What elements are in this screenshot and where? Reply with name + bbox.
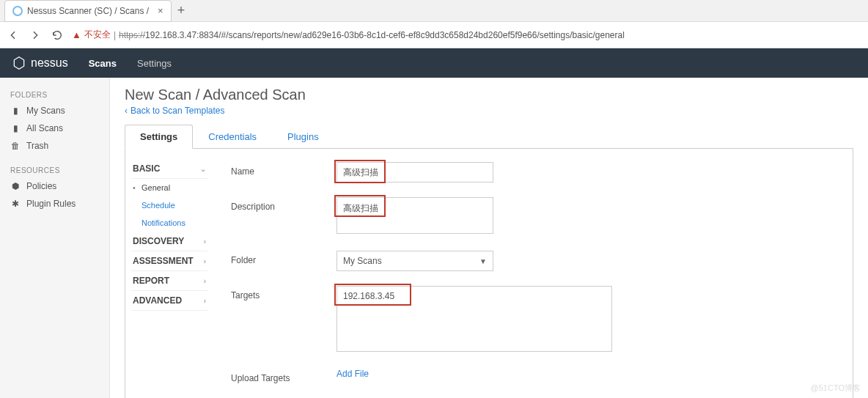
new-tab-button[interactable]: + [177, 3, 185, 18]
description-input[interactable]: 高级扫描 [336, 197, 493, 234]
sidebar-item-my-scans[interactable]: ▮My Scans [0, 102, 109, 119]
sidebar: FOLDERS ▮My Scans ▮All Scans 🗑Trash RESO… [0, 78, 110, 398]
sidemenu-report[interactable]: REPORT› [131, 271, 207, 291]
main-content: New Scan / Advanced Scan ‹Back to Scan T… [110, 78, 868, 398]
folder-icon: ▮ [10, 106, 21, 116]
plugin-icon: ✱ [10, 199, 21, 209]
tab-settings[interactable]: Settings [125, 125, 193, 149]
sidemenu-assessment[interactable]: ASSESSMENT› [131, 251, 207, 271]
insecure-label: 不安全 [84, 29, 111, 41]
brand-text: nessus [31, 56, 68, 70]
sidebar-item-plugin-rules[interactable]: ✱Plugin Rules [0, 195, 109, 213]
sidemenu-schedule[interactable]: Schedule [131, 196, 207, 214]
sidemenu-notifications[interactable]: Notifications [131, 214, 207, 232]
reload-icon[interactable] [50, 28, 65, 43]
sidemenu-advanced[interactable]: ADVANCED› [131, 291, 207, 311]
tab-title: Nessus Scanner (SC) / Scans / [27, 6, 149, 16]
browser-tab-active[interactable]: Nessus Scanner (SC) / Scans / × [4, 0, 172, 22]
page-title: New Scan / Advanced Scan [125, 86, 853, 103]
watermark: @51CTO博客 [811, 383, 861, 394]
sidemenu-general[interactable]: General [131, 179, 207, 196]
targets-input[interactable]: 192.168.3.45 [336, 286, 612, 352]
name-label: Name [231, 162, 336, 177]
sidebar-head-resources: RESOURCES [0, 162, 109, 177]
folder-label: Folder [231, 251, 336, 265]
url-box[interactable]: ▲ 不安全 | https://192.168.3.47:8834/#/scan… [72, 29, 862, 41]
chevron-down-icon: ⌄ [200, 165, 206, 173]
targets-label: Targets [231, 286, 336, 301]
settings-sidemenu: BASIC⌄ General Schedule Notifications DI… [125, 149, 213, 398]
sidemenu-discovery[interactable]: DISCOVERY› [131, 232, 207, 251]
name-input[interactable] [336, 162, 493, 183]
url-text: https://192.168.3.47:8834/#/scans/report… [119, 30, 625, 40]
trash-icon: 🗑 [10, 141, 21, 151]
chevron-left-icon: ‹ [125, 106, 128, 116]
description-label: Description [231, 197, 336, 212]
settings-panel: BASIC⌄ General Schedule Notifications DI… [125, 149, 853, 398]
add-file-link[interactable]: Add File [336, 369, 369, 379]
sidebar-head-folders: FOLDERS [0, 86, 109, 102]
sidebar-item-policies[interactable]: ⬢Policies [0, 177, 109, 195]
sidebar-item-trash[interactable]: 🗑Trash [0, 137, 109, 155]
close-icon[interactable]: × [158, 5, 163, 16]
chevron-right-icon: › [204, 257, 206, 265]
sidemenu-basic[interactable]: BASIC⌄ [131, 159, 207, 179]
favicon-icon [12, 6, 23, 16]
chevron-right-icon: › [204, 297, 206, 305]
top-nav: nessus Scans Settings [0, 48, 868, 78]
warning-icon: ▲ [72, 29, 81, 40]
hexagon-icon [12, 56, 26, 70]
folder-selected-value: My Scans [343, 256, 382, 266]
browser-tabs-bar: Nessus Scanner (SC) / Scans / × + [0, 0, 868, 22]
nav-scans[interactable]: Scans [89, 58, 117, 69]
nav-settings[interactable]: Settings [137, 58, 172, 69]
tab-plugins[interactable]: Plugins [272, 125, 334, 148]
form-area: Name Description 高级扫描 Folder [213, 149, 853, 398]
upload-targets-label: Upload Targets [231, 369, 336, 383]
back-icon[interactable] [6, 28, 21, 43]
shield-icon: ⬢ [10, 181, 21, 191]
folder-icon: ▮ [10, 123, 21, 133]
tab-credentials[interactable]: Credentials [193, 125, 272, 148]
caret-down-icon: ▼ [479, 257, 487, 265]
forward-icon[interactable] [28, 28, 43, 43]
folder-select[interactable]: My Scans ▼ [336, 251, 493, 271]
tabs-bar: Settings Credentials Plugins [125, 125, 853, 149]
chevron-right-icon: › [204, 237, 206, 246]
address-bar: ▲ 不安全 | https://192.168.3.47:8834/#/scan… [0, 22, 868, 48]
sidebar-item-all-scans[interactable]: ▮All Scans [0, 119, 109, 137]
chevron-right-icon: › [204, 277, 206, 285]
brand-logo[interactable]: nessus [12, 56, 68, 70]
back-link[interactable]: ‹Back to Scan Templates [125, 106, 225, 116]
